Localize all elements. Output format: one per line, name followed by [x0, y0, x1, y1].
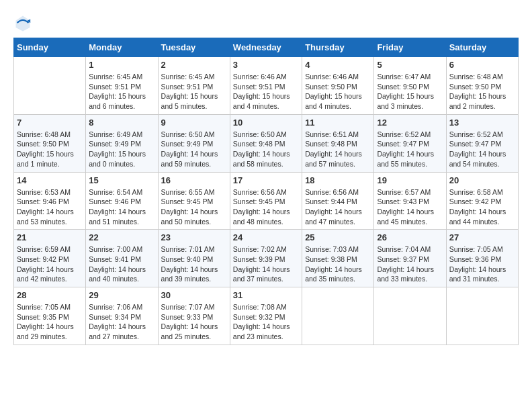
- day-number: 23: [161, 232, 227, 242]
- calendar-cell: 29Sunrise: 7:06 AM Sunset: 9:34 PM Dayli…: [86, 287, 158, 345]
- calendar-cell: 26Sunrise: 7:04 AM Sunset: 9:37 PM Dayli…: [374, 230, 446, 287]
- day-header-thursday: Thursday: [302, 38, 374, 57]
- day-info: Sunrise: 7:03 AM Sunset: 9:38 PM Dayligh…: [305, 244, 371, 284]
- calendar-week-row: 7Sunrise: 6:48 AM Sunset: 9:50 PM Daylig…: [14, 114, 519, 172]
- day-header-wednesday: Wednesday: [230, 38, 302, 57]
- calendar-cell: 12Sunrise: 6:52 AM Sunset: 9:47 PM Dayli…: [374, 114, 446, 172]
- logo-icon: [13, 13, 32, 32]
- day-number: 11: [305, 118, 371, 128]
- day-number: 17: [233, 175, 299, 185]
- calendar-cell: 28Sunrise: 7:05 AM Sunset: 9:35 PM Dayli…: [14, 287, 86, 345]
- day-info: Sunrise: 7:05 AM Sunset: 9:35 PM Dayligh…: [17, 302, 83, 342]
- day-number: 19: [377, 175, 443, 185]
- day-info: Sunrise: 6:58 AM Sunset: 9:42 PM Dayligh…: [449, 187, 515, 227]
- day-info: Sunrise: 6:53 AM Sunset: 9:46 PM Dayligh…: [17, 187, 83, 227]
- calendar-cell: 4Sunrise: 6:46 AM Sunset: 9:50 PM Daylig…: [302, 57, 374, 115]
- calendar-cell: 9Sunrise: 6:50 AM Sunset: 9:49 PM Daylig…: [158, 114, 230, 172]
- day-number: 8: [89, 118, 154, 128]
- calendar-cell: 16Sunrise: 6:55 AM Sunset: 9:45 PM Dayli…: [158, 172, 230, 230]
- day-info: Sunrise: 7:02 AM Sunset: 9:39 PM Dayligh…: [233, 244, 299, 284]
- calendar-week-row: 1Sunrise: 6:45 AM Sunset: 9:51 PM Daylig…: [14, 57, 519, 115]
- calendar-cell: 17Sunrise: 6:56 AM Sunset: 9:45 PM Dayli…: [230, 172, 302, 230]
- calendar-cell: [446, 287, 518, 345]
- day-number: 30: [161, 290, 227, 300]
- day-info: Sunrise: 7:05 AM Sunset: 9:36 PM Dayligh…: [449, 244, 515, 284]
- calendar-cell: 18Sunrise: 6:56 AM Sunset: 9:44 PM Dayli…: [302, 172, 374, 230]
- day-info: Sunrise: 6:49 AM Sunset: 9:49 PM Dayligh…: [89, 130, 154, 169]
- day-number: 7: [17, 118, 83, 128]
- day-header-friday: Friday: [374, 38, 446, 57]
- day-number: 3: [233, 60, 299, 70]
- day-number: 6: [449, 60, 515, 70]
- day-info: Sunrise: 6:48 AM Sunset: 9:50 PM Dayligh…: [449, 72, 515, 111]
- calendar-cell: 22Sunrise: 7:00 AM Sunset: 9:41 PM Dayli…: [86, 230, 158, 287]
- day-header-tuesday: Tuesday: [158, 38, 230, 57]
- calendar-cell: 5Sunrise: 6:47 AM Sunset: 9:50 PM Daylig…: [374, 57, 446, 115]
- calendar-week-row: 28Sunrise: 7:05 AM Sunset: 9:35 PM Dayli…: [14, 287, 519, 345]
- page-header: [13, 13, 519, 32]
- day-info: Sunrise: 7:06 AM Sunset: 9:34 PM Dayligh…: [89, 302, 154, 342]
- calendar-week-row: 21Sunrise: 6:59 AM Sunset: 9:42 PM Dayli…: [14, 230, 519, 287]
- calendar-table: SundayMondayTuesdayWednesdayThursdayFrid…: [13, 38, 519, 345]
- calendar-cell: [374, 287, 446, 345]
- day-info: Sunrise: 6:52 AM Sunset: 9:47 PM Dayligh…: [449, 130, 515, 169]
- day-number: 26: [377, 232, 443, 242]
- day-info: Sunrise: 7:04 AM Sunset: 9:37 PM Dayligh…: [377, 244, 443, 284]
- calendar-cell: 24Sunrise: 7:02 AM Sunset: 9:39 PM Dayli…: [230, 230, 302, 287]
- calendar-cell: 3Sunrise: 6:46 AM Sunset: 9:51 PM Daylig…: [230, 57, 302, 115]
- calendar-cell: 25Sunrise: 7:03 AM Sunset: 9:38 PM Dayli…: [302, 230, 374, 287]
- day-number: 28: [17, 290, 83, 300]
- calendar-cell: 7Sunrise: 6:48 AM Sunset: 9:50 PM Daylig…: [14, 114, 86, 172]
- calendar-cell: 31Sunrise: 7:08 AM Sunset: 9:32 PM Dayli…: [230, 287, 302, 345]
- day-number: 12: [377, 118, 443, 128]
- day-info: Sunrise: 6:50 AM Sunset: 9:49 PM Dayligh…: [161, 130, 227, 169]
- calendar-cell: 6Sunrise: 6:48 AM Sunset: 9:50 PM Daylig…: [446, 57, 518, 115]
- calendar-cell: 21Sunrise: 6:59 AM Sunset: 9:42 PM Dayli…: [14, 230, 86, 287]
- calendar-week-row: 14Sunrise: 6:53 AM Sunset: 9:46 PM Dayli…: [14, 172, 519, 230]
- day-number: 31: [233, 290, 299, 300]
- day-number: 27: [449, 232, 515, 242]
- day-info: Sunrise: 6:52 AM Sunset: 9:47 PM Dayligh…: [377, 130, 443, 169]
- day-number: 21: [17, 232, 83, 242]
- day-info: Sunrise: 6:46 AM Sunset: 9:50 PM Dayligh…: [305, 72, 371, 111]
- day-info: Sunrise: 7:07 AM Sunset: 9:33 PM Dayligh…: [161, 302, 227, 342]
- calendar-cell: 30Sunrise: 7:07 AM Sunset: 9:33 PM Dayli…: [158, 287, 230, 345]
- calendar-cell: 19Sunrise: 6:57 AM Sunset: 9:43 PM Dayli…: [374, 172, 446, 230]
- day-info: Sunrise: 6:54 AM Sunset: 9:46 PM Dayligh…: [89, 187, 154, 227]
- day-number: 2: [161, 60, 227, 70]
- day-info: Sunrise: 7:01 AM Sunset: 9:40 PM Dayligh…: [161, 244, 227, 284]
- day-number: 15: [89, 175, 154, 185]
- day-info: Sunrise: 6:50 AM Sunset: 9:48 PM Dayligh…: [233, 130, 299, 169]
- day-info: Sunrise: 7:00 AM Sunset: 9:41 PM Dayligh…: [89, 244, 154, 284]
- day-header-monday: Monday: [86, 38, 158, 57]
- calendar-cell: 1Sunrise: 6:45 AM Sunset: 9:51 PM Daylig…: [86, 57, 158, 115]
- calendar-cell: 13Sunrise: 6:52 AM Sunset: 9:47 PM Dayli…: [446, 114, 518, 172]
- calendar-cell: 20Sunrise: 6:58 AM Sunset: 9:42 PM Dayli…: [446, 172, 518, 230]
- day-info: Sunrise: 7:08 AM Sunset: 9:32 PM Dayligh…: [233, 302, 299, 342]
- calendar-cell: [14, 57, 86, 115]
- day-header-sunday: Sunday: [14, 38, 86, 57]
- day-header-saturday: Saturday: [446, 38, 518, 57]
- day-number: 4: [305, 60, 371, 70]
- day-number: 20: [449, 175, 515, 185]
- day-info: Sunrise: 6:46 AM Sunset: 9:51 PM Dayligh…: [233, 72, 299, 111]
- day-info: Sunrise: 6:56 AM Sunset: 9:45 PM Dayligh…: [233, 187, 299, 227]
- day-info: Sunrise: 6:57 AM Sunset: 9:43 PM Dayligh…: [377, 187, 443, 227]
- day-number: 29: [89, 290, 154, 300]
- day-info: Sunrise: 6:55 AM Sunset: 9:45 PM Dayligh…: [161, 187, 227, 227]
- day-number: 13: [449, 118, 515, 128]
- calendar-cell: 2Sunrise: 6:45 AM Sunset: 9:51 PM Daylig…: [158, 57, 230, 115]
- calendar-cell: 27Sunrise: 7:05 AM Sunset: 9:36 PM Dayli…: [446, 230, 518, 287]
- logo: [13, 13, 35, 32]
- day-number: 5: [377, 60, 443, 70]
- day-number: 10: [233, 118, 299, 128]
- calendar-header-row: SundayMondayTuesdayWednesdayThursdayFrid…: [14, 38, 519, 57]
- day-number: 25: [305, 232, 371, 242]
- day-info: Sunrise: 6:59 AM Sunset: 9:42 PM Dayligh…: [17, 244, 83, 284]
- day-number: 9: [161, 118, 227, 128]
- day-info: Sunrise: 6:47 AM Sunset: 9:50 PM Dayligh…: [377, 72, 443, 111]
- day-info: Sunrise: 6:45 AM Sunset: 9:51 PM Dayligh…: [161, 72, 227, 111]
- day-info: Sunrise: 6:51 AM Sunset: 9:48 PM Dayligh…: [305, 130, 371, 169]
- day-number: 24: [233, 232, 299, 242]
- day-info: Sunrise: 6:45 AM Sunset: 9:51 PM Dayligh…: [89, 72, 154, 111]
